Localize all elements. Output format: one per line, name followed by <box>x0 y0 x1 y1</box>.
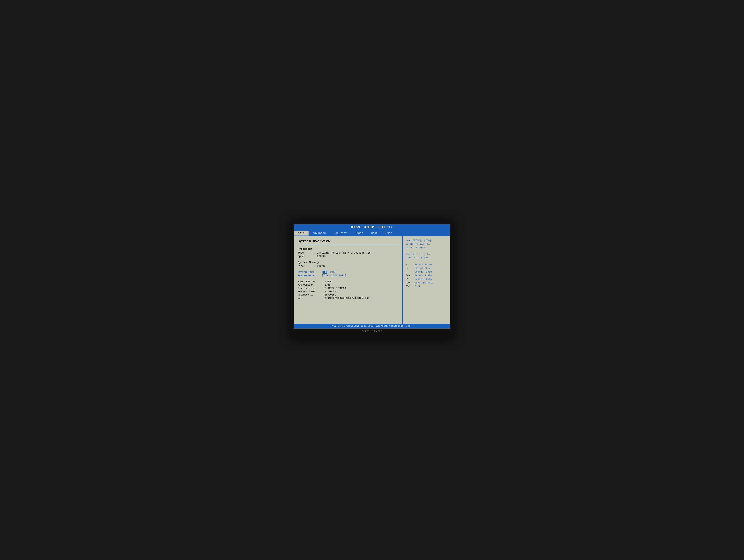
manufacturer-row: Manufacturer : FUJITSU SIEMENS <box>298 287 399 290</box>
key-row-updown: ↑↓ Select Item <box>406 267 447 270</box>
menu-item-exit[interactable]: Exit <box>382 231 396 236</box>
key-row-f10: F10 Save and Exit <box>406 281 447 284</box>
menu-item-power[interactable]: Power <box>351 231 367 236</box>
notebook-id-value: 2553935E <box>325 293 336 296</box>
processor-speed-row: Speed : 600MHz <box>298 255 399 258</box>
speed-label: Speed <box>298 255 314 258</box>
colon2: : <box>314 255 315 258</box>
key-row-plusminus: +- Change Field <box>406 271 447 273</box>
menu-item-security[interactable]: Security <box>330 231 351 236</box>
manufacturer-value: FUJITSU SIEMENS <box>325 287 346 290</box>
key-updown: ↑↓ <box>406 267 415 270</box>
manufacturer-colon: : <box>323 287 325 290</box>
time-hours: 00 <box>323 271 327 274</box>
manufacturer-label: Manufacturer <box>298 287 323 290</box>
key-tab-desc: Select Field <box>415 274 432 277</box>
monitor-brand: FUJITSU SIEMENS <box>294 330 450 332</box>
date-value: [Tue 01/01/2002] <box>322 274 346 277</box>
monitor: BIOS SETUP UTILITY Main Advanced Securit… <box>290 221 454 339</box>
processor-type-row: Type : Intel(R) Pentium(R) M processor 7… <box>298 251 399 254</box>
type-value: Intel(R) Pentium(R) M processor 725 <box>317 251 371 254</box>
title-bar: BIOS SETUP UTILITY <box>294 225 450 230</box>
kbc-version-colon: : <box>323 284 325 286</box>
help-gap <box>406 249 447 252</box>
section-title: System Overview <box>298 239 399 243</box>
gap1 <box>298 258 399 261</box>
key-row-f1: F1 General Help <box>406 278 447 281</box>
system-time-row[interactable]: System Time [00:02:59] <box>298 271 399 274</box>
time-value: [00:02:59] <box>322 271 338 274</box>
left-panel: System Overview Processor Type : Intel(R… <box>294 236 403 324</box>
help-line2: or [SHIFT-TAB] to <box>406 242 447 246</box>
product-name-label: Product Name <box>298 290 323 293</box>
uuid-colon: : <box>323 297 325 299</box>
bios-title: BIOS SETUP UTILITY <box>351 226 393 229</box>
memory-title: System Memory <box>298 261 399 264</box>
key-f1-desc: General Help <box>415 278 432 281</box>
bios-version-row: BIOS VERSION : 1.04C <box>298 280 399 283</box>
bios-info-section: BIOS VERSION : 1.04C KBC VERSION : 1.01 … <box>298 280 399 299</box>
notebook-id-colon: : <box>323 293 325 296</box>
notebook-id-label: NoteBook ID <box>298 293 323 296</box>
help-text: Use [ENTER], [TAB] or [SHIFT-TAB] to sel… <box>406 239 447 259</box>
notebook-id-row: NoteBook ID : 2553935E <box>298 293 399 296</box>
type-label: Type <box>298 251 314 254</box>
uuid-value: A0010D871D3BD9118D5A7D2615584F32 <box>325 297 370 299</box>
help-line1: Use [ENTER], [TAB] <box>406 239 447 242</box>
help-line6: configure system <box>406 256 447 259</box>
key-tab: Tab <box>406 274 415 277</box>
date-label: System Date <box>298 274 314 277</box>
colon3: : <box>314 265 315 268</box>
product-name-value: Amilo M1425 <box>325 290 340 293</box>
key-f1: F1 <box>406 278 415 281</box>
product-name-row: Product Name : Amilo M1425 <box>298 290 399 293</box>
memory-size-row: Size : 512MB <box>298 265 399 268</box>
menu-item-advanced[interactable]: Advanced <box>308 231 330 236</box>
key-arrows: ↔ <box>406 263 415 266</box>
colon1: : <box>314 251 315 254</box>
footer-text: v02.54 (C)Copyright 1985-2003, American … <box>332 325 412 327</box>
kbc-version-value: 1.01 <box>325 284 330 286</box>
size-value: 512MB <box>317 265 325 268</box>
key-arrows-desc: Select Screen <box>415 263 433 266</box>
bios-version-label: BIOS VERSION <box>298 280 323 283</box>
key-row-tab: Tab Select Field <box>406 274 447 277</box>
kbc-version-row: KBC VERSION : 1.01 <box>298 284 399 286</box>
menu-item-main[interactable]: Main <box>294 231 308 236</box>
bios-version-value: 1.04C <box>325 280 332 283</box>
key-plusminus-desc: Change Field <box>415 271 432 273</box>
section-divider <box>298 245 399 245</box>
gap2 <box>298 268 399 271</box>
product-name-colon: : <box>323 290 325 293</box>
speed-value: 600MHz <box>317 255 326 258</box>
uuid-row: UUID : A0010D871D3BD9118D5A7D2615584F32 <box>298 297 399 299</box>
key-plusminus: +- <box>406 271 415 273</box>
uuid-label: UUID <box>298 297 323 299</box>
key-esc: ESC <box>406 285 415 288</box>
key-row-esc: ESC Exit <box>406 285 447 288</box>
processor-title: Processor <box>298 247 399 251</box>
key-legend: ↔ Select Screen ↑↓ Select Item +- Change… <box>406 263 447 288</box>
key-esc-desc: Exit <box>415 285 420 288</box>
right-panel: Use [ENTER], [TAB] or [SHIFT-TAB] to sel… <box>403 236 450 324</box>
menu-item-boot[interactable]: Boot <box>367 231 382 236</box>
help-line3: select a field. <box>406 246 447 249</box>
key-f10: F10 <box>406 281 415 284</box>
bios-screen: BIOS SETUP UTILITY Main Advanced Securit… <box>294 224 450 329</box>
time-rest: :02:59] <box>327 271 338 274</box>
key-row-arrows: ↔ Select Screen <box>406 263 447 266</box>
help-line5: Use [+] or [-] to <box>406 252 447 256</box>
size-label: Size <box>298 265 314 268</box>
time-label: System Time <box>298 271 314 274</box>
menu-bar: Main Advanced Security Power Boot Exit <box>294 230 450 236</box>
system-date-row[interactable]: System Date [Tue 01/01/2002] <box>298 274 399 277</box>
footer-bar: v02.54 (C)Copyright 1985-2003, American … <box>294 324 450 328</box>
key-updown-desc: Select Item <box>415 267 430 270</box>
key-f10-desc: Save and Exit <box>415 281 433 284</box>
bios-version-colon: : <box>323 280 325 283</box>
content-area: System Overview Processor Type : Intel(R… <box>294 236 450 324</box>
kbc-version-label: KBC VERSION <box>298 284 323 286</box>
